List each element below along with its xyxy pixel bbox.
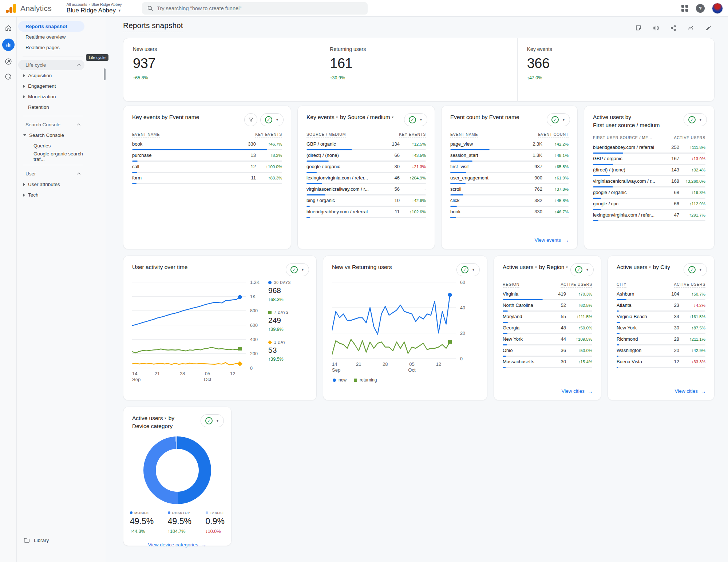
- card-title-segment[interactable]: User activity over time: [132, 264, 187, 271]
- sidebar-item-engagement[interactable]: Engagement: [18, 81, 84, 91]
- row-name: bing / organic: [306, 198, 381, 203]
- metric-label: Returning users: [330, 46, 517, 52]
- sidebar-item-realtime-pages[interactable]: Realtime pages: [18, 42, 84, 53]
- row-value: 48: [547, 325, 566, 331]
- slice-percent: 49.5%: [130, 517, 154, 526]
- change-percent: ↑112.9%: [679, 202, 705, 206]
- card-title-segment[interactable]: City: [660, 264, 670, 271]
- metric-checkmark-dropdown[interactable]: ✓▼: [684, 263, 707, 276]
- column-header: EVENT COUNT: [538, 132, 569, 138]
- row-name: google / organic: [306, 164, 381, 169]
- metric-checkmark-dropdown[interactable]: ✓▼: [260, 113, 284, 126]
- metric-checkmark-dropdown[interactable]: ✓▼: [201, 414, 224, 427]
- row-value: 2.3K: [523, 141, 542, 147]
- table-row: Atlanta23↓4.2%: [617, 301, 705, 312]
- metric-checkmark-dropdown[interactable]: ✓▼: [404, 113, 427, 126]
- row-bar: [450, 206, 569, 207]
- metric-checkmark-dropdown[interactable]: ✓▼: [684, 113, 707, 126]
- column-header: KEY EVENTS: [255, 132, 282, 138]
- chart-plot-new-vs-returning-users[interactable]: 604020014Sep212805Oct12: [332, 281, 474, 374]
- sidebar-section-life-cycle[interactable]: Life cycle: [18, 60, 84, 70]
- check-circle-icon: ✓: [409, 116, 416, 123]
- sidebar-scrollbar[interactable]: [104, 68, 106, 80]
- metric-checkmark-dropdown[interactable]: ✓▼: [570, 263, 594, 276]
- card-title-segment[interactable]: Active users: [593, 114, 624, 121]
- sidebar-item-realtime-overview[interactable]: Realtime overview: [18, 32, 84, 42]
- row-name: Ohio: [503, 348, 547, 353]
- comparison-icon[interactable]: [652, 24, 660, 32]
- check-circle-icon: ✓: [551, 116, 559, 123]
- card-title-segment[interactable]: Event name: [169, 114, 199, 121]
- sidebar-divider: [23, 116, 83, 116]
- help-icon[interactable]: ?: [696, 4, 705, 13]
- column-header: EVENT NAME: [450, 132, 478, 138]
- card-link[interactable]: View device categories→: [148, 542, 207, 548]
- sidebar-item-tech[interactable]: Tech: [18, 190, 84, 200]
- card-title-segment[interactable]: Key events: [132, 114, 160, 121]
- card-link[interactable]: View cities→: [674, 388, 706, 394]
- device-donut-chart[interactable]: [143, 436, 211, 504]
- column-header: FIRST USER SOURCE / ME...: [593, 135, 652, 141]
- apps-grid-icon[interactable]: [681, 5, 689, 12]
- notes-icon[interactable]: [634, 24, 642, 32]
- sidebar-item-search-console[interactable]: Search Console: [18, 130, 84, 140]
- row-bar: [450, 194, 569, 195]
- metric-checkmark-dropdown[interactable]: ✓▼: [456, 263, 480, 276]
- metric-checkmark-dropdown[interactable]: ✓▼: [547, 113, 570, 126]
- search-bar[interactable]: [142, 2, 368, 15]
- chart-plot-user-activity-over-time[interactable]: 1.2K1K800600400200014Sep212805Oct12: [132, 281, 264, 383]
- edit-icon[interactable]: [704, 24, 712, 32]
- avatar[interactable]: [712, 3, 723, 14]
- change-percent: ↑161.5%: [679, 314, 705, 319]
- row-name: purchase: [132, 153, 237, 158]
- chevron-down-icon: ▼: [216, 419, 219, 423]
- sidebar-section-search-console[interactable]: Search Console: [18, 119, 84, 130]
- share-icon[interactable]: [669, 24, 677, 32]
- card-link[interactable]: View cities→: [561, 388, 593, 394]
- row-bar: [503, 356, 592, 357]
- check-circle-icon: ✓: [205, 417, 213, 424]
- svg-text:12: 12: [436, 361, 441, 367]
- card-title-segment: by: [537, 264, 546, 270]
- sidebar-item-user-attributes[interactable]: User attributes: [18, 179, 84, 190]
- chevron-down-icon: ▼: [472, 268, 475, 272]
- explore-icon[interactable]: [4, 57, 13, 66]
- sidebar-subitem-queries[interactable]: Queries: [18, 140, 84, 151]
- svg-text:20: 20: [460, 331, 465, 336]
- sidebar-item-monetization[interactable]: Monetization: [18, 91, 84, 102]
- reports-icon[interactable]: [2, 39, 15, 51]
- table-row: blueridgeabbey.com / referral11↑102.6%: [306, 207, 426, 218]
- card-link[interactable]: View events→: [534, 237, 569, 243]
- home-icon[interactable]: [4, 23, 13, 33]
- change-percent: ↑32.4%: [679, 168, 705, 172]
- account-switcher[interactable]: All accounts › Blue Ridge Abbey Blue Rid…: [67, 2, 122, 14]
- advertising-icon[interactable]: [4, 72, 13, 82]
- sidebar-subitem-google-organic-search-traf-[interactable]: Google organic search traf...: [18, 151, 84, 162]
- card-title-segment[interactable]: Event name: [489, 114, 519, 121]
- search-input[interactable]: [157, 5, 363, 11]
- card-title-segment[interactable]: Device category: [132, 423, 173, 430]
- table-row: virginiascenicrailway.com / r...56-: [306, 185, 426, 196]
- insights-icon[interactable]: [687, 24, 695, 32]
- sidebar-item-reports-snapshot[interactable]: Reports snapshot: [18, 21, 84, 32]
- filter-icon[interactable]: [244, 113, 257, 126]
- row-value: 36: [547, 348, 566, 353]
- sidebar-item-retention[interactable]: Retention: [18, 102, 84, 112]
- card-title: Active users▼ byDevice category: [132, 414, 174, 431]
- chevron-down-icon: ▼: [419, 118, 423, 122]
- card-title-segment[interactable]: First user source / medium: [593, 122, 660, 129]
- change-percent: ↑19.3%: [679, 190, 705, 195]
- metric-checkmark-dropdown[interactable]: ✓▼: [286, 263, 309, 276]
- card-title-segment[interactable]: Event count: [450, 114, 480, 121]
- table-row: Virginia419↑70.3%: [503, 289, 592, 301]
- breadcrumb: All accounts › Blue Ridge Abbey: [67, 2, 122, 7]
- card-title: Active users▼ by City: [617, 263, 670, 271]
- legend-value: 53: [268, 346, 309, 355]
- sidebar-item-acquisition[interactable]: Acquisition: [18, 70, 84, 81]
- svg-text:28: 28: [383, 361, 388, 367]
- sidebar-section-user[interactable]: User: [18, 169, 84, 179]
- card-active-users-by-city: Active users▼ by City✓▼CITYACTIVE USERSA…: [608, 256, 715, 400]
- library-button[interactable]: Library: [23, 537, 49, 544]
- row-bar: [593, 220, 705, 221]
- change-percent: ↑39.5%: [268, 357, 284, 362]
